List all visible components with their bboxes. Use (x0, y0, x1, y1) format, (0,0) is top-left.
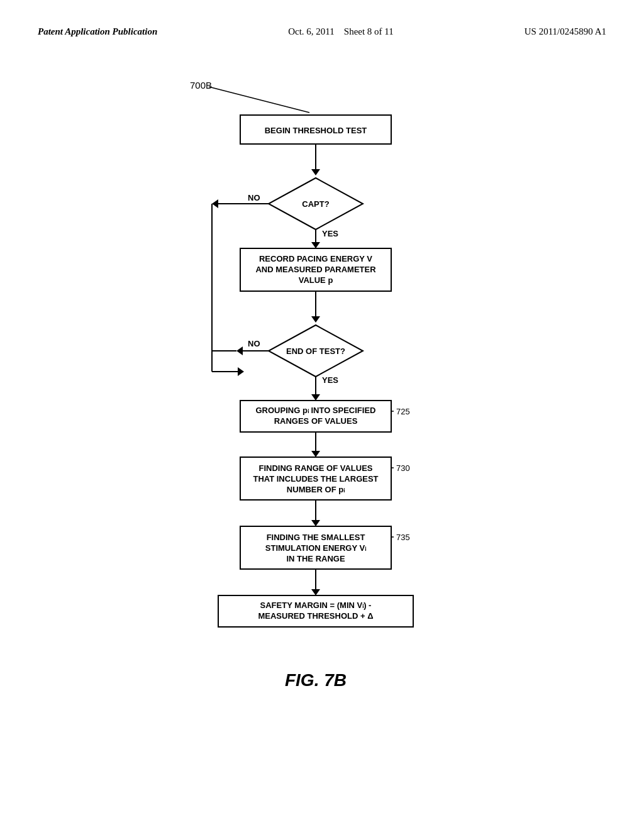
label-730: 730 (396, 463, 410, 473)
publication-label: Patent Application Publication (38, 25, 157, 38)
text-710-3: VALUE p (299, 275, 333, 285)
header: Patent Application Publication Oct. 6, 2… (38, 25, 606, 38)
arrow-6 (311, 520, 320, 526)
label-725: 725 (396, 407, 410, 416)
page: Patent Application Publication Oct. 6, 2… (0, 0, 644, 830)
text-705: BEGIN THRESHOLD TEST (265, 126, 367, 135)
arrow-no-loop (238, 367, 244, 376)
arrow-2 (311, 242, 320, 248)
text-710-1: RECORD PACING ENERGY V (259, 254, 372, 263)
patent-number: US 2011/0245890 A1 (525, 25, 606, 38)
no-label-1: NO (248, 193, 260, 202)
arrow-no-2 (236, 346, 243, 355)
text-capt: CAPT? (302, 199, 329, 209)
text-730-1: FINDING RANGE OF VALUES (258, 463, 372, 473)
text-eot: END OF TEST? (286, 346, 345, 356)
date-sheet: Oct. 6, 2011 Sheet 8 of 11 (288, 25, 394, 38)
yes-label-2: YES (322, 375, 338, 385)
arrow-5 (311, 451, 320, 457)
fig-caption: FIG. 7B (285, 670, 347, 690)
text-735-1: FINDING THE SMALLEST (267, 533, 365, 542)
text-710-2: AND MEASURED PARAMETER (255, 265, 376, 274)
arrow-no-1 (212, 199, 218, 208)
text-730-2: THAT INCLUDES THE LARGEST (253, 474, 378, 484)
sheet: Sheet 8 of 11 (344, 26, 394, 36)
text-740-2: MEASURED THRESHOLD + Δ (258, 611, 373, 621)
date: Oct. 6, 2011 (288, 26, 335, 36)
text-725-1: GROUPING pᵢ INTO SPECIFIED (255, 406, 375, 415)
diagram-label: 700B (190, 80, 212, 91)
label-735: 735 (396, 533, 410, 542)
arrow-7 (311, 589, 320, 595)
arrow-1 (311, 169, 320, 175)
no-label-2: NO (248, 339, 260, 348)
flowchart-container: 700B 705 BEGIN THRESHOLD TEST CAPT? NO (102, 57, 542, 770)
text-735-3: IN THE RANGE (286, 554, 345, 563)
text-725-2: RANGES OF VALUES (274, 416, 358, 426)
yes-label-1: YES (322, 229, 338, 238)
text-730-3: NUMBER OF pᵢ (287, 485, 345, 494)
arrow-4 (311, 394, 320, 401)
text-735-2: STIMULATION ENERGY Vᵢ (265, 543, 367, 553)
flowchart-svg: 700B 705 BEGIN THRESHOLD TEST CAPT? NO (102, 57, 542, 768)
text-740-1: SAFETY MARGIN = (MIN Vᵢ) - (260, 600, 372, 610)
arrow-3 (311, 316, 320, 323)
svg-line-0 (209, 87, 309, 113)
